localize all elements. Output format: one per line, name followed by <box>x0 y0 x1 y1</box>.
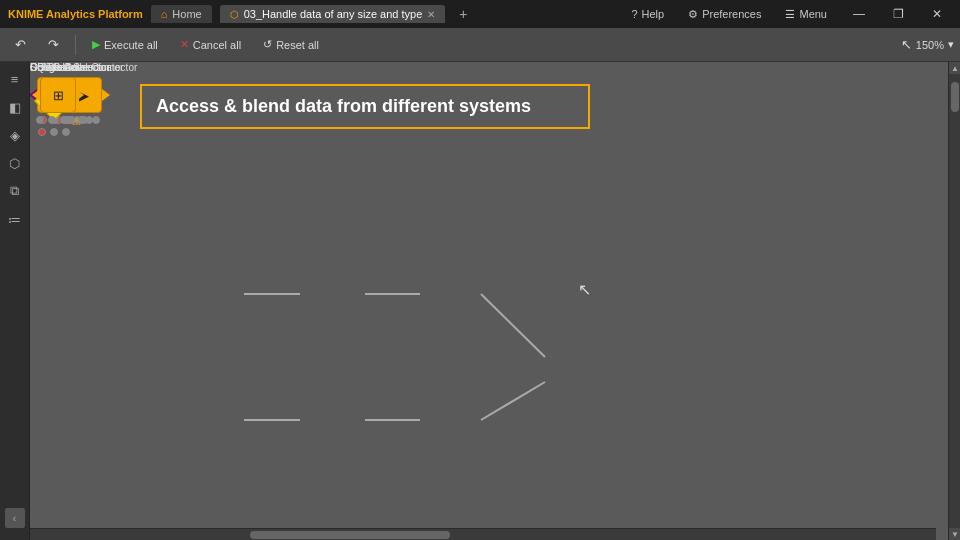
tab-close-icon[interactable]: ✕ <box>427 9 435 20</box>
tab-workflow-label: 03_Handle data of any size and type <box>244 8 423 20</box>
app-logo: KNIME Analytics Platform <box>8 8 143 20</box>
main-area: ≡ ◧ ◈ ⬡ ⧉ ≔ ‹ Access & blend data from d… <box>0 62 960 540</box>
gear-icon: ⚙ <box>688 8 698 21</box>
joiner-ports <box>38 128 70 136</box>
csv-reader-body[interactable]: ⊞ <box>40 77 76 113</box>
connector-layer <box>30 62 948 540</box>
canvas-title-box: Access & blend data from different syste… <box>140 84 590 129</box>
canvas-title: Access & blend data from different syste… <box>156 96 531 116</box>
sidebar-icon-nodes[interactable]: ◈ <box>2 122 28 148</box>
new-tab-button[interactable]: + <box>453 6 473 22</box>
restore-button[interactable]: ❐ <box>883 7 914 21</box>
port-3 <box>60 116 68 124</box>
csv-reader-label: CSV Reader <box>30 62 86 73</box>
svg-line-2 <box>481 294 545 357</box>
execute-all-button[interactable]: ▶ Execute all <box>83 34 167 55</box>
zoom-area: ↖ 150% ▾ <box>901 37 954 52</box>
port-2 <box>48 116 56 124</box>
preferences-button[interactable]: ⚙ Preferences <box>680 6 769 23</box>
reset-icon: ↺ <box>263 38 272 51</box>
sidebar-collapse-button[interactable]: ‹ <box>5 508 25 528</box>
sidebar-icon-menu[interactable]: ≡ <box>2 66 28 92</box>
csv-reader-icon: ⊞ <box>53 88 64 103</box>
execute-icon: ▶ <box>92 38 100 51</box>
tab-home[interactable]: ⌂ Home <box>151 5 212 23</box>
scroll-down-button[interactable]: ▼ <box>949 528 960 540</box>
menu-icon: ☰ <box>785 8 795 21</box>
sidebar-icon-panel[interactable]: ◧ <box>2 94 28 120</box>
cursor-icon: ↖ <box>901 37 912 52</box>
title-bar: KNIME Analytics Platform ⌂ Home ⬡ 03_Han… <box>0 0 960 28</box>
warning-icon: ⚠ <box>72 116 81 127</box>
hscroll-thumb[interactable] <box>250 531 450 539</box>
close-button[interactable]: ✕ <box>922 7 952 21</box>
menu-button[interactable]: ☰ Menu <box>777 6 835 23</box>
port-3 <box>92 116 100 124</box>
undo-button[interactable]: ↶ <box>6 33 35 56</box>
svg-line-5 <box>481 382 545 420</box>
zoom-dropdown-icon[interactable]: ▾ <box>948 38 954 51</box>
sidebar-icon-list[interactable]: ≔ <box>2 206 28 232</box>
sidebar-icon-workflow[interactable]: ⬡ <box>2 150 28 176</box>
sidebar: ≡ ◧ ◈ ⬡ ⧉ ≔ ‹ <box>0 62 30 540</box>
vertical-scrollbar[interactable]: ▲ ▼ <box>948 62 960 540</box>
tab-workflow[interactable]: ⬡ 03_Handle data of any size and type ✕ <box>220 5 446 23</box>
cancel-icon: ✕ <box>180 38 189 51</box>
minimize-button[interactable]: — <box>843 7 875 21</box>
zoom-level: 150% <box>916 39 944 51</box>
horizontal-scrollbar[interactable] <box>30 528 936 540</box>
port-1 <box>36 116 44 124</box>
canvas[interactable]: Access & blend data from different syste… <box>30 62 948 540</box>
node-csv-reader[interactable]: CSV Reader ⊞ ⚠ <box>30 62 86 127</box>
google-drive-output <box>102 89 110 101</box>
port-3 <box>62 128 70 136</box>
cursor: ↖ <box>578 280 591 299</box>
redo-button[interactable]: ↷ <box>39 33 68 56</box>
scroll-up-button[interactable]: ▲ <box>949 62 960 74</box>
help-button[interactable]: ? Help <box>623 6 672 22</box>
help-icon: ? <box>631 8 637 20</box>
toolbar: ↶ ↷ ▶ Execute all ✕ Cancel all ↺ Reset a… <box>0 28 960 62</box>
vscroll-thumb[interactable] <box>951 82 959 112</box>
sidebar-icon-layers[interactable]: ⧉ <box>2 178 28 204</box>
cancel-all-button[interactable]: ✕ Cancel all <box>171 34 250 55</box>
toolbar-separator-1 <box>75 35 76 55</box>
port-1 <box>38 128 46 136</box>
reset-all-button[interactable]: ↺ Reset all <box>254 34 328 55</box>
csv-reader-output <box>76 89 84 101</box>
port-2 <box>50 128 58 136</box>
csv-reader-ports: ⚠ <box>36 116 81 127</box>
csv-reader-input <box>32 89 40 101</box>
